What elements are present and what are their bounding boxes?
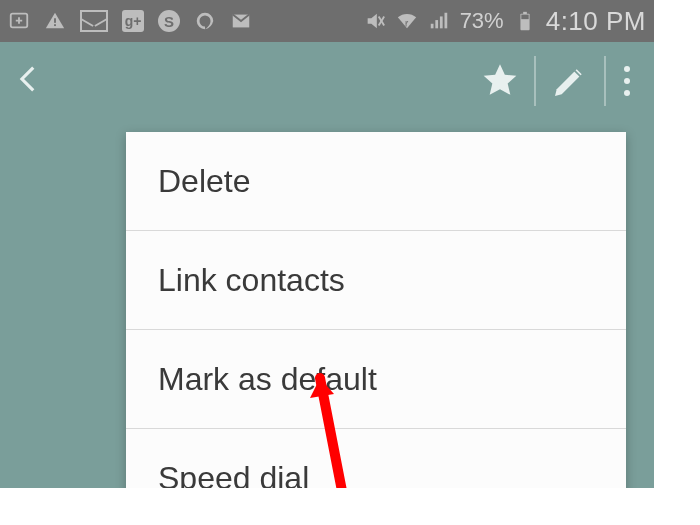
divider [534,56,536,106]
skype-icon: S [158,10,180,32]
mail-unread-icon [80,10,108,32]
battery-percent: 73% [460,8,504,34]
gmail-icon [230,10,252,32]
menu-item-delete[interactable]: Delete [126,132,626,231]
menu-label: Delete [158,163,251,200]
hangouts-icon [194,10,216,32]
svg-rect-1 [54,18,56,23]
svg-rect-9 [444,13,447,29]
menu-item-speed-dial[interactable]: Speed dial [126,429,626,488]
divider [604,56,606,106]
edit-button[interactable] [542,53,598,109]
overflow-menu: Delete Link contacts Mark as default Spe… [126,132,626,488]
svg-rect-6 [430,24,433,29]
svg-rect-8 [440,16,443,28]
status-clock: 4:10 PM [546,6,646,37]
svg-rect-7 [435,20,438,28]
menu-label: Link contacts [158,262,345,299]
overflow-menu-button[interactable] [612,66,642,96]
warning-icon [44,10,66,32]
back-button[interactable] [12,62,46,100]
screen: g+ S 73% 4:10 PM [0,0,654,488]
action-bar [0,42,654,120]
gplus-icon: g+ [122,10,144,32]
wifi-icon [396,10,418,32]
menu-label: Speed dial [158,460,309,489]
menu-item-link-contacts[interactable]: Link contacts [126,231,626,330]
svg-rect-2 [54,24,56,26]
signal-icon [428,10,450,32]
battery-icon [514,10,536,32]
mute-icon [364,10,386,32]
menu-label: Mark as default [158,361,377,398]
favorite-button[interactable] [472,53,528,109]
svg-rect-11 [523,12,527,15]
menu-item-mark-default[interactable]: Mark as default [126,330,626,429]
status-bar: g+ S 73% 4:10 PM [0,0,654,42]
svg-rect-12 [521,15,528,20]
new-tab-icon [8,10,30,32]
